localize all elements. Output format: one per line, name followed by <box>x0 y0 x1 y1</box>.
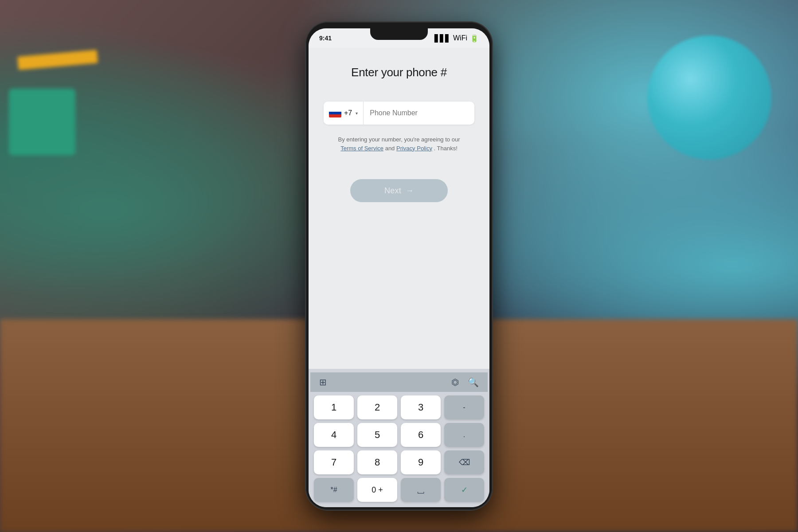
status-time: 9:41 <box>319 35 332 42</box>
key-3[interactable]: 3 <box>401 395 441 419</box>
microphone-icon[interactable]: ⏣ <box>451 377 459 387</box>
signal-icon: ▋▋▋ <box>434 34 450 43</box>
bg-teal-object <box>9 89 75 155</box>
app-content: Enter your phone # +7 ▾ <box>309 48 489 369</box>
phone-body: 9:41 ▋▋▋ WiFi 🔋 Enter your phone # <box>306 22 492 510</box>
key-1[interactable]: 1 <box>314 395 354 419</box>
key-space[interactable]: ⎵ <box>401 478 441 502</box>
phone-wrapper: 9:41 ▋▋▋ WiFi 🔋 Enter your phone # <box>306 22 492 510</box>
key-6[interactable]: 6 <box>401 423 441 447</box>
flag-stripe-red <box>329 114 341 117</box>
phone-screen: 9:41 ▋▋▋ WiFi 🔋 Enter your phone # <box>309 28 489 507</box>
chevron-down-icon: ▾ <box>356 111 358 116</box>
key-star-hash[interactable]: *# <box>314 478 354 502</box>
search-icon[interactable]: 🔍 <box>468 377 479 387</box>
key-5[interactable]: 5 <box>357 423 397 447</box>
privacy-link[interactable]: Privacy Policy <box>396 145 432 152</box>
bg-teal-cylinder <box>647 35 771 160</box>
flag-stripe-white <box>329 109 341 112</box>
phone-input-row[interactable]: +7 ▾ <box>324 102 474 125</box>
phone-notch <box>370 28 428 40</box>
key-backspace[interactable]: ⌫ <box>444 450 484 474</box>
agreement-thanks: . Thanks! <box>434 145 458 152</box>
next-button[interactable]: Next → <box>350 179 448 202</box>
phone-number-input[interactable] <box>364 102 474 125</box>
key-dash[interactable]: - <box>444 395 484 419</box>
key-9[interactable]: 9 <box>401 450 441 474</box>
key-done[interactable]: ✓ <box>444 478 484 502</box>
keyboard-toolbar-right-icons: ⏣ 🔍 <box>451 377 479 387</box>
agreement-text: By entering your number, you're agreeing… <box>338 135 460 153</box>
keyboard-area: ⊞ ⏣ 🔍 1 2 3 - 4 5 6 . <box>309 369 489 507</box>
next-button-label: Next <box>384 186 401 196</box>
agreement-prefix: By entering your number, you're agreeing… <box>338 136 460 143</box>
next-arrow-icon: → <box>406 186 414 196</box>
keyboard-grid: 1 2 3 - 4 5 6 . 7 8 9 ⌫ *# 0 + <box>310 395 488 505</box>
terms-link[interactable]: Terms of Service <box>340 145 383 152</box>
key-0[interactable]: 0 + <box>357 478 397 502</box>
key-2[interactable]: 2 <box>357 395 397 419</box>
battery-icon: 🔋 <box>470 34 479 43</box>
status-icons: ▋▋▋ WiFi 🔋 <box>434 34 479 43</box>
key-period[interactable]: . <box>444 423 484 447</box>
keyboard-toolbar: ⊞ ⏣ 🔍 <box>310 372 488 392</box>
country-code: +7 <box>344 109 352 117</box>
russia-flag <box>329 109 341 117</box>
flag-stripe-blue <box>329 112 341 115</box>
key-4[interactable]: 4 <box>314 423 354 447</box>
wifi-icon: WiFi <box>453 34 467 42</box>
key-8[interactable]: 8 <box>357 450 397 474</box>
agreement-and: and <box>385 145 395 152</box>
country-selector[interactable]: +7 ▾ <box>324 102 364 125</box>
page-title: Enter your phone # <box>351 66 447 79</box>
keyboard-grid-icon[interactable]: ⊞ <box>319 377 327 387</box>
key-7[interactable]: 7 <box>314 450 354 474</box>
